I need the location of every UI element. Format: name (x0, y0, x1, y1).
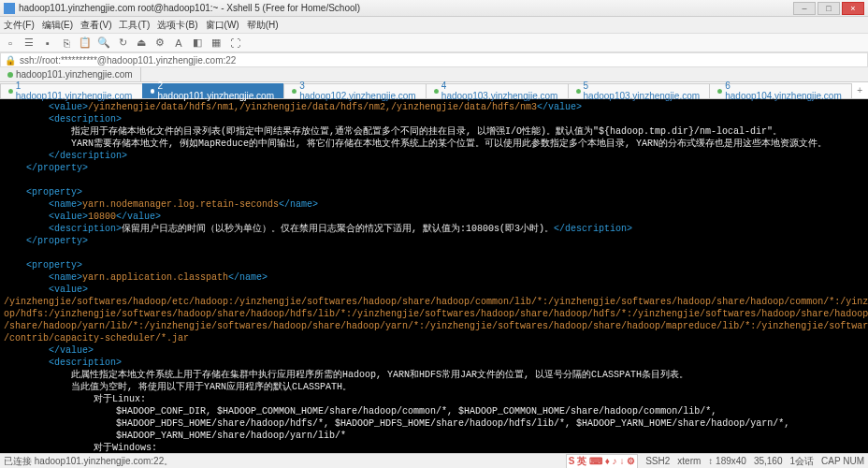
menu-tabs[interactable]: 选项卡(B) (157, 19, 197, 32)
ime-indicator[interactable]: S 英 ⌨ ♦ ♪ ↓ ⚙ (566, 454, 638, 469)
editor-tab-1[interactable]: 1 hadoop101.yinzhengjie.com (0, 83, 143, 98)
menu-view[interactable]: 查看(V) (80, 19, 111, 32)
address-bar[interactable]: 🔒 ssh://root:**********@hadoop101.yinzhe… (0, 52, 868, 67)
reconnect-icon[interactable]: ↻ (116, 37, 129, 50)
menu-bar: 文件(F) 编辑(E) 查看(V) 工具(T) 选项卡(B) 窗口(W) 帮助(… (0, 17, 868, 34)
minimize-button[interactable]: – (793, 2, 816, 15)
status-size: ↕ 189x40 (708, 456, 746, 466)
address-text: ssh://root:**********@hadoop101.yinzheng… (20, 55, 236, 66)
fullscreen-icon[interactable]: ⛶ (228, 37, 241, 50)
copy-icon[interactable]: ⎘ (60, 37, 73, 50)
disconnect-icon[interactable]: ⏏ (135, 37, 148, 50)
status-sessions: 1会话 (790, 455, 815, 468)
toolbar: ▫ ☰ ▪ ⎘ 📋 🔍 ↻ ⏏ ⚙ A ◧ ▦ ⛶ (0, 34, 868, 52)
status-dot-icon (7, 72, 13, 78)
status-connection: 已连接 hadoop101.yinzhengjie.com:22。 (4, 455, 173, 468)
status-protocol: SSH2 (645, 456, 670, 466)
editor-tab-4[interactable]: 4 hadoop103.yinzhengjie.com (426, 83, 569, 98)
session-tab-label: hadoop101.yinzhengjie.com (16, 69, 133, 80)
save-icon[interactable]: ▪ (41, 37, 54, 50)
add-tab-button[interactable]: + (851, 85, 868, 95)
menu-help[interactable]: 帮助(H) (247, 19, 279, 32)
terminal-output[interactable]: <value>/yinzhengjie/data/hdfs/nm1,/yinzh… (0, 99, 868, 453)
status-dot-icon (292, 89, 297, 94)
layout-icon[interactable]: ▦ (210, 37, 223, 50)
app-icon (4, 3, 15, 14)
status-bar: 已连接 hadoop101.yinzhengjie.com:22。 S 英 ⌨ … (0, 453, 868, 468)
find-icon[interactable]: 🔍 (97, 37, 110, 50)
window-title: hadoop101.yinzhengjie.com root@hadoop101… (19, 3, 793, 13)
menu-edit[interactable]: 编辑(E) (42, 19, 73, 32)
lock-icon: 🔒 (5, 55, 16, 66)
new-icon[interactable]: ▫ (4, 37, 17, 50)
font-icon[interactable]: A (172, 37, 185, 50)
editor-tab-bar: 1 hadoop101.yinzhengjie.com 2 hadoop101.… (0, 82, 868, 99)
editor-tab-6[interactable]: 6 hadoop104.yinzhengjie.com (709, 83, 852, 98)
status-term-type: xterm (677, 456, 701, 466)
status-dot-icon (8, 89, 13, 94)
paste-icon[interactable]: 📋 (79, 37, 92, 50)
maximize-button[interactable]: □ (817, 2, 840, 15)
status-dot-icon (151, 89, 155, 94)
open-icon[interactable]: ☰ (22, 37, 36, 50)
window-titlebar: hadoop101.yinzhengjie.com root@hadoop101… (0, 0, 868, 17)
properties-icon[interactable]: ⚙ (153, 37, 166, 50)
menu-window[interactable]: 窗口(W) (206, 19, 239, 32)
status-dot-icon (434, 89, 439, 94)
status-position: 35,160 (754, 456, 783, 466)
status-dot-icon (576, 89, 581, 94)
editor-tab-3[interactable]: 3 hadoop102.yinzhengjie.com (283, 83, 427, 98)
status-caps: CAP NUM (821, 456, 864, 466)
editor-tab-5[interactable]: 5 hadoop103.yinzhengjie.com (568, 83, 711, 98)
menu-file[interactable]: 文件(F) (4, 19, 35, 32)
color-icon[interactable]: ◧ (191, 37, 204, 50)
close-button[interactable]: × (842, 2, 864, 15)
status-dot-icon (717, 89, 722, 94)
editor-tab-2[interactable]: 2 hadoop101.yinzhengjie.com (142, 83, 285, 98)
menu-tools[interactable]: 工具(T) (119, 19, 150, 32)
session-tab[interactable]: hadoop101.yinzhengjie.com (0, 67, 141, 81)
